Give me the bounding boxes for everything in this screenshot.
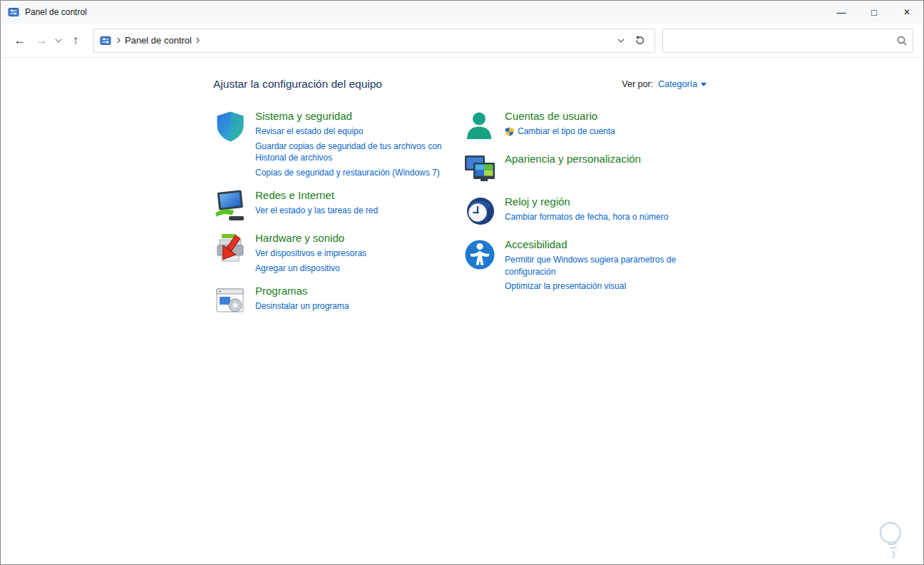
category-body: Apariencia y personalización	[505, 152, 641, 188]
dual-monitors-icon[interactable]	[463, 152, 497, 186]
program-window-icon[interactable]	[213, 284, 247, 318]
close-button[interactable]: ✕	[890, 1, 923, 24]
category-body: Cuentas de usuario	[505, 109, 615, 145]
link-add-device[interactable]: Agregar un dispositivo	[255, 263, 366, 275]
navigation-toolbar: ← → ↑ Panel de control	[1, 24, 923, 58]
category-appearance-personalization: Apariencia y personalización	[463, 152, 707, 188]
uac-shield-icon	[505, 127, 514, 136]
link-devices-printers[interactable]: Ver dispositivos e impresoras	[255, 248, 366, 260]
category-body: Programas Desinstalar un programa	[255, 284, 349, 320]
search-input[interactable]	[669, 35, 893, 46]
window-title: Panel de control	[25, 7, 87, 17]
breadcrumb-control-panel[interactable]: Panel de control	[125, 35, 192, 46]
link-change-account-type[interactable]: Cambiar el tipo de cuenta	[505, 126, 615, 138]
breadcrumb-chevron-icon[interactable]	[116, 37, 121, 44]
network-monitor-icon[interactable]	[213, 188, 247, 223]
category-hardware-sound: Hardware y sonido Ver dispositivos e imp…	[213, 231, 463, 277]
link-change-account-type-label: Cambiar el tipo de cuenta	[518, 126, 615, 138]
link-file-history-backup[interactable]: Guardar copias de seguridad de tus archi…	[255, 141, 453, 164]
category-body: Hardware y sonido Ver dispositivos e imp…	[255, 231, 366, 277]
category-title-hardware-sound[interactable]: Hardware y sonido	[255, 232, 344, 244]
link-network-status-tasks[interactable]: Ver el estado y las tareas de red	[255, 205, 378, 217]
minimize-button[interactable]: —	[825, 1, 858, 24]
category-body: Redes e Internet Ver el estado y las tar…	[255, 188, 378, 224]
view-by-value: Categoría	[658, 79, 697, 89]
header-row: Ajustar la configuración del equipo Ver …	[213, 78, 707, 91]
forward-button[interactable]: →	[31, 30, 52, 51]
refresh-icon[interactable]	[630, 31, 649, 51]
category-programs: Programas Desinstalar un programa	[213, 284, 463, 320]
address-bar[interactable]: Panel de control	[93, 29, 655, 53]
category-clock-region: Reloj y región Cambiar formatos de fecha…	[463, 195, 707, 230]
up-button[interactable]: ↑	[65, 30, 86, 51]
category-system-security: Sistema y seguridad Revisar el estado de…	[213, 109, 463, 181]
control-panel-home: Ajustar la configuración del equipo Ver …	[1, 58, 923, 327]
link-backup-restore-windows7[interactable]: Copias de seguridad y restauración (Wind…	[255, 167, 453, 179]
category-title-user-accounts[interactable]: Cuentas de usuario	[505, 110, 597, 122]
category-body: Reloj y región Cambiar formatos de fecha…	[505, 195, 668, 230]
category-body: Accesibilidad Permitir que Windows sugie…	[505, 238, 686, 295]
category-title-programs[interactable]: Programas	[255, 285, 307, 297]
address-dropdown-chevron-icon[interactable]	[612, 31, 630, 51]
category-title-appearance[interactable]: Apariencia y personalización	[505, 153, 641, 165]
link-optimize-visual-display[interactable]: Optimizar la presentación visual	[505, 280, 686, 292]
dropdown-arrow-icon	[701, 83, 707, 86]
category-user-accounts: Cuentas de usuario	[463, 109, 707, 145]
category-body: Sistema y seguridad Revisar el estado de…	[255, 109, 453, 181]
printer-arrow-icon[interactable]	[213, 231, 247, 265]
category-columns: Sistema y seguridad Revisar el estado de…	[213, 109, 707, 327]
category-accessibility: Accesibilidad Permitir que Windows sugie…	[463, 238, 707, 295]
link-uninstall-program[interactable]: Desinstalar un programa	[255, 300, 349, 312]
category-column-left: Sistema y seguridad Revisar el estado de…	[213, 109, 463, 327]
lightbulb-watermark-icon	[868, 514, 916, 565]
accessibility-person-icon[interactable]	[463, 238, 497, 272]
recent-locations-chevron-icon[interactable]	[52, 30, 65, 51]
window-controls: — □ ✕	[825, 1, 923, 24]
back-button[interactable]: ←	[9, 30, 31, 51]
page-title: Ajustar la configuración del equipo	[213, 78, 382, 91]
category-title-accessibility[interactable]: Accesibilidad	[505, 238, 568, 250]
category-network-internet: Redes e Internet Ver el estado y las tar…	[213, 188, 463, 224]
link-change-date-time-formats[interactable]: Cambiar formatos de fecha, hora o número	[505, 211, 668, 223]
user-silhouette-icon[interactable]	[463, 109, 497, 143]
search-icon[interactable]	[897, 36, 907, 46]
category-title-network-internet[interactable]: Redes e Internet	[255, 189, 334, 201]
view-by-control: Ver por: Categoría	[622, 79, 707, 89]
view-by-dropdown[interactable]: Categoría	[658, 79, 707, 89]
breadcrumb-chevron-icon[interactable]	[195, 37, 200, 44]
view-by-label: Ver por:	[622, 79, 653, 89]
control-panel-icon	[100, 35, 111, 46]
control-panel-icon	[8, 6, 19, 18]
system-security-shield-icon[interactable]	[213, 109, 247, 143]
category-column-right: Cuentas de usuario	[463, 109, 707, 327]
title-bar: Panel de control — □ ✕	[1, 1, 923, 24]
category-title-clock-region[interactable]: Reloj y región	[505, 195, 570, 208]
maximize-button[interactable]: □	[858, 1, 890, 24]
link-windows-suggest-settings[interactable]: Permitir que Windows sugiera parámetros …	[505, 254, 686, 278]
link-check-computer-status[interactable]: Revisar el estado del equipo	[255, 126, 453, 138]
category-title-system-security[interactable]: Sistema y seguridad	[255, 110, 352, 122]
search-box[interactable]	[662, 29, 913, 53]
clock-globe-icon[interactable]	[463, 195, 497, 229]
